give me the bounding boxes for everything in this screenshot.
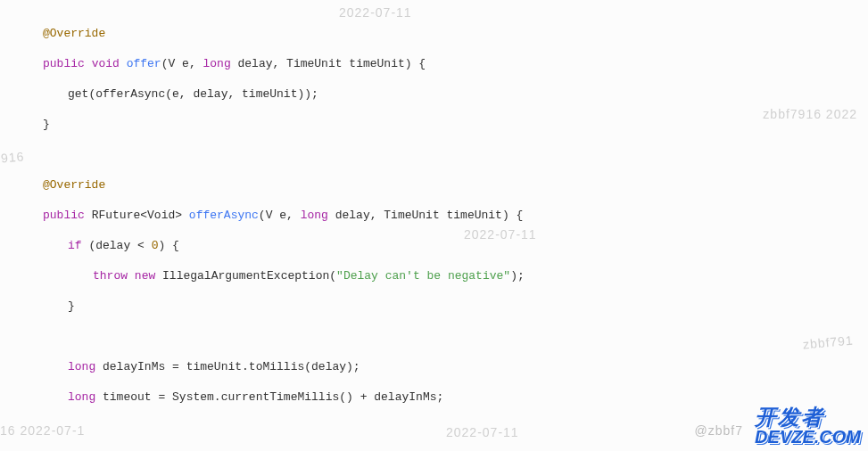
site-logo: 开发者 DEVZE.COM: [755, 406, 861, 446]
annotation: @Override: [43, 27, 105, 40]
logo-en: DEVZE.COM: [755, 428, 861, 446]
logo-cn: 开发者: [755, 406, 861, 428]
code-block: @Override public void offer(V e, long de…: [18, 11, 850, 451]
